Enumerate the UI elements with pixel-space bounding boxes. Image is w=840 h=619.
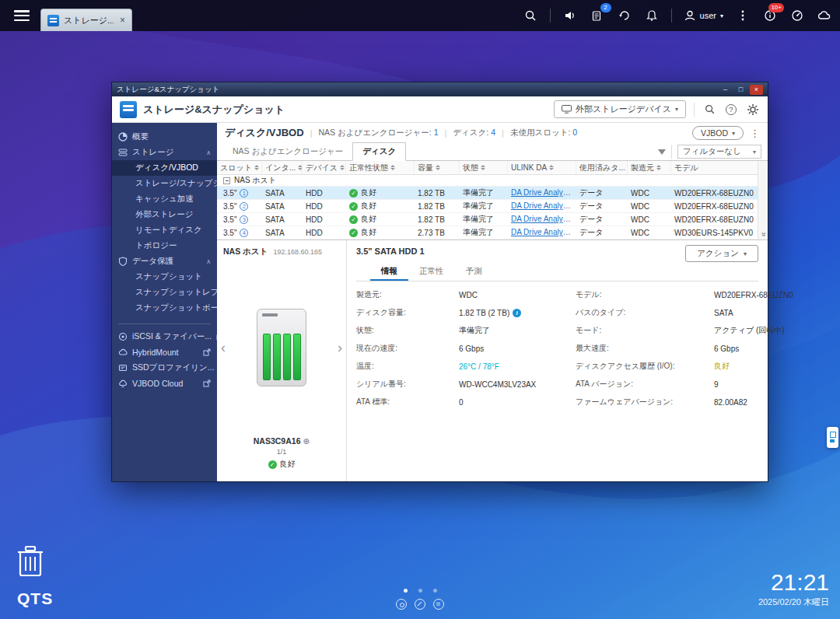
help-icon[interactable]: ?	[724, 103, 738, 117]
slot-number-badge: 1	[240, 189, 248, 198]
tab-prediction[interactable]: 予測	[455, 264, 493, 281]
sidebar-item-cache-acceleration[interactable]: キャッシュ加速	[112, 191, 217, 207]
external-storage-device-button[interactable]: 外部ストレージデバイス ▾	[554, 100, 686, 118]
col-health[interactable]: 正常性状態	[346, 161, 415, 174]
notifications-badge: 2	[600, 3, 611, 12]
filter-funnel-icon[interactable]	[658, 149, 666, 155]
table-row[interactable]: 3.5"3 SATA HDD ✓良好 1.82 TB 準備完了 DA Drive…	[217, 213, 768, 226]
filter-dropdown[interactable]: フィルターなし ▾	[677, 145, 761, 159]
sidebar-item-storage-snapshots[interactable]: ストレージ/スナップショ...	[112, 176, 217, 191]
chevron-up-icon: ∧	[206, 149, 211, 156]
dock-switch-icon[interactable]	[415, 599, 425, 610]
user-menu[interactable]: user ▾	[684, 9, 723, 22]
col-ulink[interactable]: ULINK DA	[508, 161, 576, 174]
field-value: アクティブ (回転中)	[714, 325, 793, 336]
col-interface[interactable]: インタ...	[262, 161, 303, 174]
tab-disks[interactable]: ディスク	[352, 142, 406, 161]
tab-nas-enclosures[interactable]: NAS およびエンクロージャー	[223, 143, 352, 160]
field-label: モード:	[576, 325, 714, 336]
col-model[interactable]: モデル	[671, 161, 768, 174]
qnap-logo	[262, 313, 278, 316]
collapse-icon[interactable]	[223, 177, 230, 184]
prev-device-chevron[interactable]: ‹	[221, 340, 226, 356]
field-label: 状態:	[356, 325, 459, 336]
separator	[671, 145, 672, 159]
info-icon[interactable]: 10+	[762, 8, 778, 23]
nas-device-image[interactable]	[257, 309, 306, 386]
sort-icon	[549, 165, 554, 170]
resource-monitor-icon[interactable]	[789, 8, 805, 23]
chevron-up-icon: ∧	[206, 258, 211, 265]
volume-icon[interactable]	[562, 8, 578, 23]
recycle-bin-icon[interactable]	[16, 544, 45, 580]
taskbar-tab-storage[interactable]: ストレージ... ×	[40, 9, 132, 31]
table-row[interactable]: 3.5"4 SATA HDD ✓良好 2.73 TB 準備完了 DA Drive…	[217, 226, 768, 240]
field-value-temperature: 26°C / 78°F	[459, 362, 576, 371]
cloud-icon[interactable]	[817, 8, 832, 23]
page-dot-3[interactable]	[433, 589, 437, 593]
more-options-icon[interactable]: ⋮	[750, 128, 760, 139]
sidebar-item-vjbod-cloud[interactable]: VJBOD Cloud	[112, 376, 217, 391]
da-analyzer-link[interactable]: DA Drive Analyzer を...	[508, 214, 576, 225]
da-analyzer-link[interactable]: DA Drive Analyzer を...	[508, 227, 576, 238]
sidebar-item-topology[interactable]: トポロジー	[112, 238, 217, 254]
page-dot-1[interactable]	[404, 589, 408, 593]
scroll-down-icon[interactable]: «	[758, 230, 768, 240]
nas-health: ✓ 良好	[217, 459, 346, 470]
tab-health[interactable]: 正常性	[408, 264, 455, 281]
col-vendor[interactable]: 製造元	[628, 161, 671, 174]
col-capacity[interactable]: 容量	[415, 161, 460, 174]
external-link-icon	[203, 348, 211, 356]
sidebar-item-overview[interactable]: 概要	[112, 129, 217, 145]
main-menu-icon[interactable]	[14, 10, 30, 21]
tab-info[interactable]: 情報	[370, 264, 408, 281]
sidebar-item-hybridmount[interactable]: HybridMount	[112, 344, 217, 360]
tab-close-icon[interactable]: ×	[120, 15, 125, 26]
sidebar-item-external-storage[interactable]: 外部ストレージ	[112, 207, 217, 222]
dock-grid-icon[interactable]	[433, 599, 444, 610]
da-analyzer-link[interactable]: DA Drive Analyzer を...	[508, 201, 576, 212]
col-usage[interactable]: 使用済みタ...	[576, 161, 628, 174]
col-slot[interactable]: スロット	[217, 161, 262, 174]
table-row[interactable]: 3.5"2 SATA HDD ✓良好 1.82 TB 準備完了 DA Drive…	[217, 200, 768, 213]
sidebar-item-snapshot-replica[interactable]: スナップショットレプリカ	[112, 285, 217, 300]
more-options-icon[interactable]	[735, 8, 751, 23]
sidebar-item-snapshot[interactable]: スナップショット	[112, 269, 217, 285]
sidebar-section-data-protection[interactable]: データ保護 ∧	[112, 254, 217, 269]
sidebar-item-snapshot-vault[interactable]: スナップショットボールト	[112, 300, 217, 316]
field-label: 製造元:	[356, 289, 459, 300]
table-row[interactable]: 3.5"1 SATA HDD ✓良好 1.82 TB 準備完了 DA Drive…	[217, 187, 768, 200]
next-device-chevron[interactable]: ›	[338, 340, 342, 356]
dock-search-icon[interactable]	[396, 599, 407, 610]
search-icon[interactable]	[523, 8, 538, 23]
sort-icon	[656, 165, 661, 170]
bell-icon[interactable]	[644, 8, 660, 23]
sidebar-item-iscsi-fibre[interactable]: iSCSI & ファイバー...	[112, 329, 217, 344]
field-value: 6 Gbps	[714, 344, 793, 353]
storage-snapshot-window: ストレージ&スナップショット – □ × ストレージ&スナップショット 外部スト…	[111, 82, 768, 482]
sidebar-item-ssd-profiling[interactable]: SSDプロファイリン...	[112, 360, 217, 376]
sidebar-item-remote-disk[interactable]: リモートディスク	[112, 222, 217, 238]
page-dot-2[interactable]	[418, 589, 422, 593]
edge-panel-handle[interactable]	[827, 427, 838, 448]
notifications-icon[interactable]: 2	[590, 8, 605, 23]
storage-app-icon	[120, 101, 137, 118]
window-titlebar[interactable]: ストレージ&スナップショット – □ ×	[112, 82, 768, 96]
zoom-icon[interactable]: ⊕	[303, 436, 310, 446]
table-group-row[interactable]: NAS ホスト	[217, 175, 768, 187]
settings-gear-icon[interactable]	[746, 103, 760, 117]
info-icon[interactable]: i	[513, 309, 521, 317]
table-scrollbar[interactable]: «	[758, 161, 768, 240]
col-device[interactable]: デバイス	[303, 161, 346, 174]
vjbod-button[interactable]: VJBOD ▾	[692, 126, 744, 140]
maximize-button[interactable]: □	[734, 85, 747, 95]
minimize-button[interactable]: –	[719, 85, 732, 95]
close-button[interactable]: ×	[750, 85, 763, 95]
sidebar-section-storage[interactable]: ストレージ ∧	[112, 145, 217, 160]
da-analyzer-link[interactable]: DA Drive Analyzer を...	[508, 187, 576, 198]
action-button[interactable]: アクション ▾	[685, 245, 758, 262]
col-status[interactable]: 状態	[460, 161, 508, 174]
global-search-icon[interactable]	[702, 103, 716, 117]
background-tasks-icon[interactable]	[617, 8, 632, 23]
sidebar-item-disk-vjbod[interactable]: ディスク/VJBOD	[112, 160, 217, 176]
